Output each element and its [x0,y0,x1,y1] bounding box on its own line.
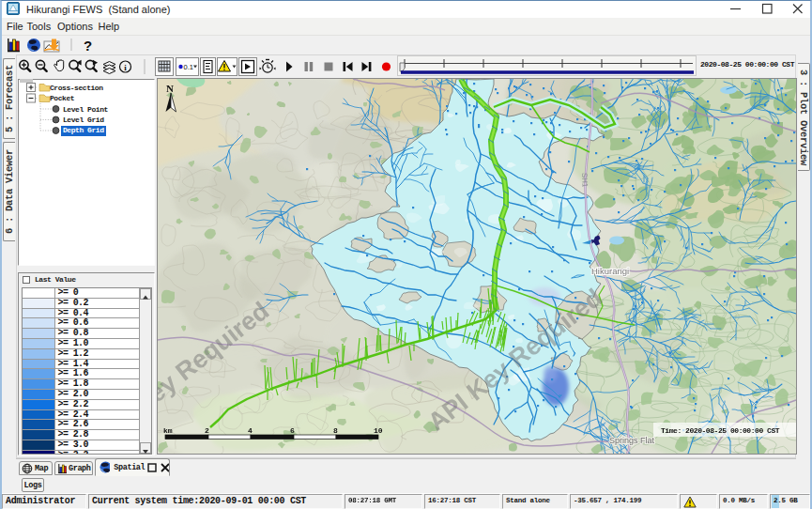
svg-text:N: N [166,83,174,94]
svg-text:i: i [124,63,127,72]
svg-text:10: 10 [374,426,383,435]
svg-text:6: 6 [290,426,295,435]
svg-text:4: 4 [248,426,253,435]
svg-text:Hikurangi: Hikurangi [591,266,629,276]
svg-text:km: km [163,426,173,435]
svg-text:8: 8 [333,426,338,435]
svg-text:Time: 2020-08-25 00:00:00 CST: Time: 2020-08-25 00:00:00 CST [661,426,780,435]
svg-text:2: 2 [205,426,209,435]
svg-text:SH1: SH1 [580,173,590,188]
svg-text:0.1: 0.1 [184,63,193,71]
svg-text:Springs Flat: Springs Flat [609,436,655,445]
svg-text:?: ? [84,38,92,54]
